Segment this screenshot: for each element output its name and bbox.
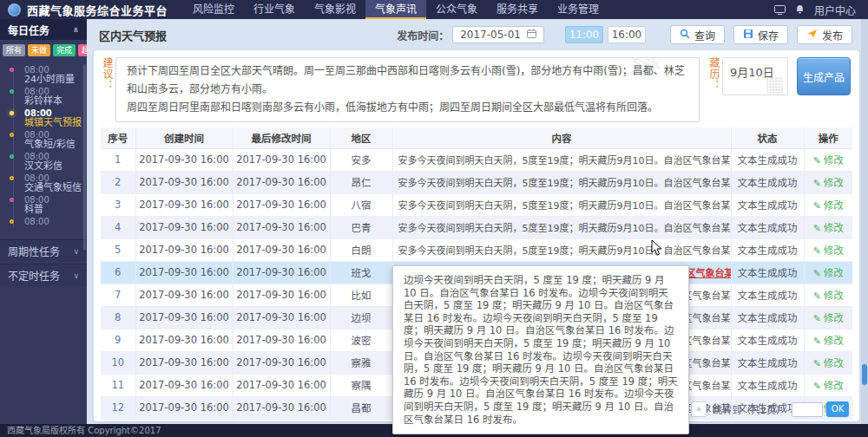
task-name: 气象短/彩信	[24, 140, 85, 150]
edit-label: 修改	[824, 199, 844, 212]
task-item[interactable]: 08:00 气象短/彩信	[0, 129, 87, 151]
nav-item[interactable]: 业务管理	[548, 0, 608, 19]
nav-item[interactable]: 服务共享	[487, 0, 548, 19]
edit-link[interactable]: ✎修改	[813, 154, 844, 166]
filter-badge[interactable]: 超时	[78, 44, 87, 56]
jump-page-input[interactable]	[792, 402, 823, 417]
save-button[interactable]: 保存	[733, 25, 788, 44]
filter-badge[interactable]: 所有	[3, 44, 25, 56]
jump-ok-button[interactable]: OK	[826, 401, 849, 417]
task-item[interactable]: 08:00 彩铃样本	[0, 86, 87, 108]
nav-item[interactable]: 气象影视	[305, 0, 365, 19]
edit-link[interactable]: ✎修改	[813, 357, 844, 369]
edit-label: 修改	[824, 245, 844, 257]
task-item[interactable]: 08:00 科普	[0, 194, 87, 216]
task-item[interactable]: 08:00 城镇天气预报	[0, 108, 87, 129]
edit-link[interactable]: ✎修改	[813, 222, 844, 234]
task-item[interactable]: 08:00 交通气象短信	[0, 173, 87, 194]
row-modified: 2017-09-30 16:00	[233, 351, 330, 374]
task-name: 交通气象短信	[24, 183, 85, 193]
filter-badge[interactable]: 完成	[53, 44, 76, 56]
row-modified: 2017-09-30 16:00	[233, 238, 330, 261]
main-scrollbar-thumb[interactable]	[862, 364, 867, 385]
task-status-icon	[10, 154, 14, 159]
row-created: 2017-09-30 16:00	[135, 329, 233, 351]
table-row[interactable]: 2 2017-09-30 16:00 2017-09-30 16:00 昂仁 安…	[101, 171, 852, 193]
row-status: 文本生成成功	[731, 284, 804, 306]
sidebar-section-daily[interactable]: 每日任务 ∧	[0, 19, 87, 40]
edit-link[interactable]: ✎修改	[813, 199, 844, 212]
search-icon	[680, 29, 690, 42]
time-option[interactable]: 16:00	[608, 26, 646, 43]
row-modified: 2017-09-30 16:00	[233, 261, 330, 284]
task-status-icon	[10, 68, 14, 72]
calendar-icon	[527, 29, 536, 41]
task-item[interactable]: 08:00 24小时雨量	[0, 64, 87, 86]
nav-item[interactable]: 气象声讯	[365, 0, 426, 19]
row-modified: 2017-09-30 16:00	[233, 396, 330, 419]
tibetan-calendar-box[interactable]: 9月10日 ▦	[722, 57, 788, 95]
query-button[interactable]: 查询	[670, 25, 725, 44]
edit-link[interactable]: ✎修改	[813, 380, 844, 392]
time-option[interactable]: 11:00	[565, 26, 603, 43]
sidebar-scrollbar[interactable]	[83, 64, 86, 251]
nav-item[interactable]: 行业气象	[244, 0, 305, 19]
pencil-icon: ✎	[813, 245, 821, 257]
daily-tasks-title: 每日任务	[8, 23, 49, 37]
publish-button[interactable]: 发布	[797, 25, 852, 44]
row-status: 文本生成成功	[731, 238, 804, 261]
col-content: 内容	[392, 127, 731, 148]
row-content[interactable]: 安多今天夜间到明天白天阴，5度至19度；明天藏历9月10日。自治区气象台某日16…	[398, 200, 732, 212]
nav-item[interactable]: 风险监控	[183, 0, 244, 19]
nav-item[interactable]: 公众气象	[426, 0, 487, 19]
row-region: 巴青	[330, 216, 392, 238]
row-content[interactable]: 安多今天夜间到明天白天阴，5度至19度；明天藏历9月10日。自治区气象台某日16…	[398, 155, 732, 166]
table-row[interactable]: 4 2017-09-30 16:00 2017-09-30 16:00 巴青 安…	[101, 216, 852, 238]
send-icon	[806, 29, 818, 42]
row-no: 5	[101, 238, 135, 261]
row-content[interactable]: 安多今天夜间到明天白天阴，5度至19度；明天藏历9月10日。自治区气象台某日16…	[398, 178, 732, 189]
row-created: 2017-09-30 16:00	[135, 306, 233, 329]
task-item[interactable]: 08:00 汉文彩信	[0, 151, 87, 173]
publish-time-label: 发布时间：	[397, 28, 449, 42]
sidebar-section-irregular[interactable]: 不定时任务 ∨	[0, 264, 87, 286]
edit-link[interactable]: ✎修改	[813, 335, 844, 347]
publish-date-picker[interactable]: 2017-05-01	[452, 26, 544, 43]
edit-link[interactable]: ✎修改	[813, 312, 844, 324]
main-scrollbar-track[interactable]	[861, 19, 868, 424]
user-center-link[interactable]: 用户中心	[814, 3, 856, 17]
task-time: 08:00	[24, 217, 85, 226]
task-status-icon	[10, 89, 14, 94]
edit-link[interactable]: ✎修改	[813, 245, 844, 257]
edit-link[interactable]: ✎修改	[813, 177, 844, 189]
task-item[interactable]: 08:00	[0, 216, 87, 238]
filter-badge[interactable]: 未做	[28, 44, 50, 56]
row-no: 7	[101, 284, 135, 306]
col-created: 创建时间	[135, 127, 233, 148]
sidebar-section-periodic[interactable]: 周期性任务 ∨	[0, 239, 87, 262]
row-content[interactable]: 安多今天夜间到明天白天阴，5度至19度；明天藏历9月10日。自治区气象台某日16…	[398, 223, 732, 234]
table-row[interactable]: 3 2017-09-30 16:00 2017-09-30 16:00 八宿 安…	[101, 193, 852, 216]
app-logo-icon	[8, 3, 21, 16]
row-no: 1	[101, 148, 135, 171]
monitor-icon[interactable]	[774, 5, 786, 15]
last-page-button[interactable]: »	[691, 401, 707, 417]
edit-link[interactable]: ✎修改	[813, 290, 844, 302]
row-status: 文本生成成功	[731, 374, 804, 396]
action-buttons: 查询 保存 发布	[670, 25, 852, 44]
advice-line1: 预计下周四至周日全区大部天气晴朗。周一至周三那曲中西部和日喀则多云有小雨(雪)，…	[127, 62, 688, 99]
row-created: 2017-09-30 16:00	[135, 284, 233, 306]
row-created: 2017-09-30 16:00	[135, 374, 233, 396]
edit-label: 修改	[824, 380, 844, 392]
row-content[interactable]: 安多今天夜间到明天白天阴，5度至19度；明天藏历9月10日。自治区气象台某日16…	[398, 245, 732, 257]
edit-label: 修改	[824, 177, 844, 189]
table-row[interactable]: 1 2017-09-30 16:00 2017-09-30 16:00 安多 安…	[101, 148, 852, 171]
edit-label: 修改	[824, 335, 844, 347]
row-created: 2017-09-30 16:00	[135, 216, 233, 238]
edit-link[interactable]: ✎修改	[813, 267, 844, 279]
row-modified: 2017-09-30 16:00	[233, 374, 330, 396]
pencil-icon: ✎	[813, 381, 821, 392]
bell-icon[interactable]	[795, 4, 805, 15]
generate-product-button[interactable]: 生成产品	[797, 57, 851, 95]
table-row[interactable]: 5 2017-09-30 16:00 2017-09-30 16:00 白朗 安…	[101, 238, 852, 261]
